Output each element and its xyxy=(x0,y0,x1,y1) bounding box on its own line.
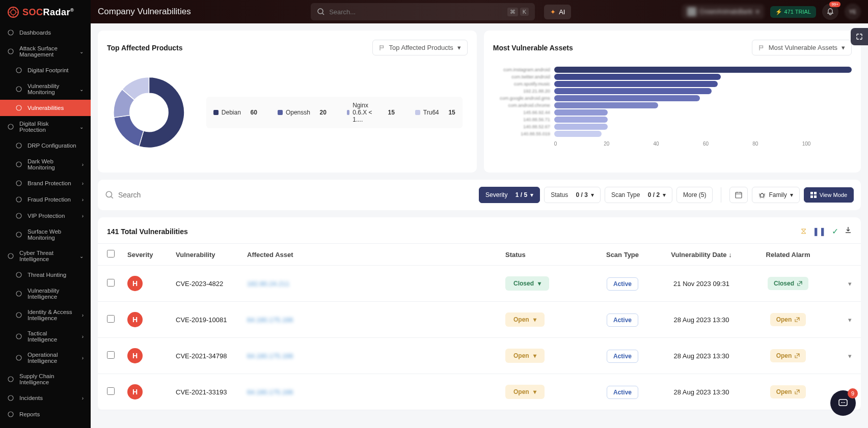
expand-row-button[interactable]: ▾ xyxy=(848,316,852,324)
sidebar-item-digital-risk-protection[interactable]: Digital Risk Protection⌄ xyxy=(0,116,91,137)
asset-link[interactable]: 64.180.175.166 xyxy=(247,388,293,396)
status-pill[interactable]: Open ▾ xyxy=(505,385,545,399)
expand-row-button[interactable]: ▾ xyxy=(848,352,852,360)
svg-point-9 xyxy=(16,162,21,167)
sidebar-collapse-button[interactable] xyxy=(0,422,91,428)
chevron-icon: › xyxy=(82,355,84,361)
sidebar-item-vulnerabilities[interactable]: Vulnerabilities xyxy=(0,100,91,116)
logo[interactable]: SOCRadar® xyxy=(0,0,91,24)
alarm-pill[interactable]: Open xyxy=(770,313,806,326)
sidebar-item-identity-access-intelligence[interactable]: Identity & Access Intelligence› xyxy=(0,304,91,326)
sidebar-item-dashboards[interactable]: Dashboards xyxy=(0,24,91,41)
status-pill[interactable]: Open ▾ xyxy=(505,312,545,327)
alarm-pill[interactable]: Open xyxy=(770,349,806,362)
grid-icon xyxy=(810,192,817,198)
severity-badge: H xyxy=(127,384,143,400)
sidebar-item-brand-protection[interactable]: Brand Protection› xyxy=(0,175,91,191)
global-search[interactable]: ⌘ K xyxy=(311,3,535,20)
vuln-id[interactable]: CVE-2021-34798 xyxy=(176,352,247,360)
filter-date[interactable] xyxy=(729,187,748,203)
user-avatar[interactable]: YE xyxy=(845,4,861,20)
svg-point-19 xyxy=(16,355,21,360)
nav-icon xyxy=(7,48,14,55)
sidebar-item-supply-chain-intelligence[interactable]: Supply Chain Intelligence xyxy=(0,368,91,390)
chevron-down-icon: ▾ xyxy=(591,191,594,198)
filter-more[interactable]: More (5) xyxy=(676,187,713,203)
expand-row-button[interactable]: ▾ xyxy=(848,280,852,288)
sidebar-item-attack-surface-management[interactable]: Attack Surface Management⌄ xyxy=(0,41,91,62)
sidebar-item-fraud-protection[interactable]: Fraud Protection› xyxy=(0,191,91,208)
row-checkbox[interactable] xyxy=(107,387,115,395)
sidebar-item-dark-web-monitoring[interactable]: Dark Web Monitoring› xyxy=(0,154,91,175)
filter-family[interactable]: Family▾ xyxy=(752,187,799,203)
vuln-id[interactable]: CVE-2021-33193 xyxy=(176,388,247,396)
vuln-count: 141 Total Vulnerabilities xyxy=(107,227,188,236)
settings-drawer-button[interactable] xyxy=(851,28,868,45)
sidebar-item-cyber-threat-intelligence[interactable]: Cyber Threat Intelligence⌄ xyxy=(0,245,91,267)
col-header-severity[interactable]: Severity xyxy=(127,251,176,259)
chevron-icon: ⌄ xyxy=(79,87,84,92)
col-header-status[interactable]: Status xyxy=(505,251,587,259)
org-selector[interactable]: CrownAnimalsBank ▾ xyxy=(682,5,764,19)
check-button[interactable]: ✓ xyxy=(832,226,838,236)
sidebar-item-surface-web-monitoring[interactable]: Surface Web Monitoring xyxy=(0,224,91,245)
select-all-checkbox[interactable] xyxy=(107,250,115,258)
filter-scan-type[interactable]: Scan Type 0 / 2▾ xyxy=(605,187,672,203)
sidebar-item-tactical-intelligence[interactable]: Tactical Intelligence› xyxy=(0,326,91,347)
pause-button[interactable]: ❚❚ xyxy=(812,226,826,236)
asset-link[interactable]: 64.180.175.166 xyxy=(247,316,293,324)
svg-point-13 xyxy=(16,232,21,237)
vuln-id[interactable]: CVE-2023-4822 xyxy=(176,280,247,288)
view-mode-button[interactable]: View Mode xyxy=(804,187,854,203)
sidebar-item-reports[interactable]: Reports xyxy=(0,406,91,422)
sidebar-item-threat-hunting[interactable]: Threat Hunting xyxy=(0,267,91,283)
status-pill[interactable]: Closed ▾ xyxy=(505,276,549,291)
col-header-date[interactable]: Vulnerability Date ↓ xyxy=(658,251,745,259)
vuln-row: H CVE-2021-34798 64.180.175.166 Open ▾ A… xyxy=(98,338,861,374)
row-checkbox[interactable] xyxy=(107,315,115,323)
col-header-scan[interactable]: Scan Type xyxy=(587,251,658,259)
card-title-products: Top Affected Products xyxy=(107,44,183,52)
row-checkbox[interactable] xyxy=(107,351,115,359)
col-header-alarm[interactable]: Related Alarm xyxy=(745,251,831,259)
status-pill[interactable]: Open ▾ xyxy=(505,349,545,363)
chevron-down-icon: ▾ xyxy=(842,44,845,51)
chat-fab[interactable]: 9 xyxy=(830,390,856,416)
sidebar-item-vulnerability-intelligence[interactable]: Vulnerability Intelligence xyxy=(0,283,91,304)
nav-label: Attack Surface Management xyxy=(19,45,74,58)
asset-link[interactable]: 182.80.24.211 xyxy=(247,280,289,288)
sidebar-item-vulnerability-monitoring[interactable]: Vulnerability Monitoring⌄ xyxy=(0,78,91,100)
svg-point-23 xyxy=(318,9,323,14)
sidebar-item-digital-footprint[interactable]: Digital Footprint xyxy=(0,62,91,78)
filter-status[interactable]: Status 0 / 3▾ xyxy=(544,187,601,203)
hourglass-button[interactable]: ⧖ xyxy=(801,226,806,236)
alarm-pill[interactable]: Closed xyxy=(768,277,808,290)
assets-selector[interactable]: Most Vulnerable Assets ▾ xyxy=(752,40,852,55)
sidebar-item-incidents[interactable]: Incidents› xyxy=(0,390,91,406)
filter-severity[interactable]: Severity 1 / 5▾ xyxy=(479,187,540,203)
global-search-input[interactable] xyxy=(329,8,505,16)
sidebar-item-operational-intelligence[interactable]: Operational Intelligence› xyxy=(0,347,91,368)
chevron-icon: › xyxy=(82,197,84,203)
row-checkbox[interactable] xyxy=(107,279,115,287)
table-search[interactable] xyxy=(105,190,479,199)
svg-point-17 xyxy=(16,312,21,318)
sidebar-item-drp-configuration[interactable]: DRP Configuration xyxy=(0,137,91,154)
notifications-button[interactable]: 99+ xyxy=(822,4,838,20)
bar-chart: com.instagram.androidcom.twitter.android… xyxy=(493,62,852,152)
nav-label: Tactical Intelligence xyxy=(28,330,77,343)
nav-label: Identity & Access Intelligence xyxy=(28,309,77,321)
download-button[interactable] xyxy=(845,226,852,236)
sidebar-item-vip-protection[interactable]: VIP Protection› xyxy=(0,208,91,224)
ai-button[interactable]: ✦AI xyxy=(544,5,571,19)
asset-link[interactable]: 64.180.175.166 xyxy=(247,352,293,360)
table-search-input[interactable] xyxy=(118,191,271,199)
sort-desc-icon: ↓ xyxy=(728,251,732,259)
products-selector[interactable]: Top Affected Products ▾ xyxy=(372,40,468,55)
chevron-down-icon: ▾ xyxy=(533,316,536,323)
col-header-asset[interactable]: Affected Asset xyxy=(247,251,505,259)
vuln-id[interactable]: CVE-2019-10081 xyxy=(176,316,247,324)
alarm-pill[interactable]: Open xyxy=(770,385,806,398)
nav-icon xyxy=(15,271,22,278)
col-header-vulnerability[interactable]: Vulnerability xyxy=(176,251,247,259)
